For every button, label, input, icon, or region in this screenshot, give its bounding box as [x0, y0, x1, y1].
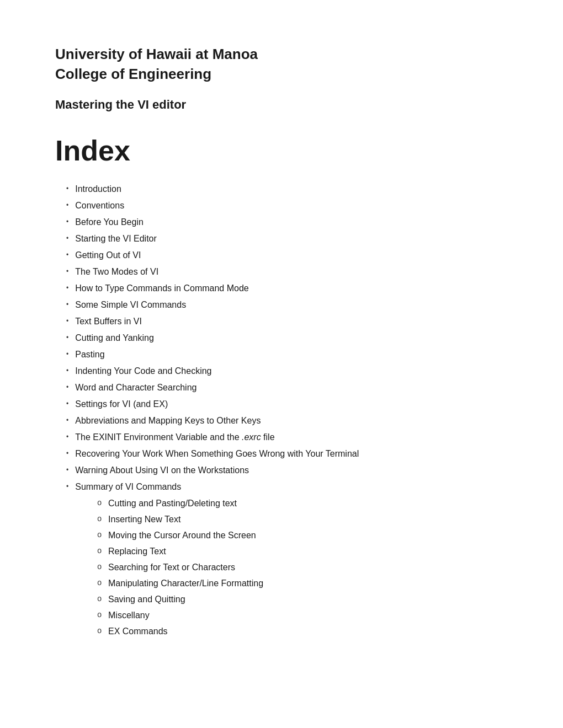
- sub-list-item: oSaving and Quitting: [97, 593, 508, 606]
- item-text: Warning About Using VI on the Workstatio…: [75, 464, 508, 477]
- sub-item-text: Manipulating Character/Line Formatting: [108, 577, 508, 590]
- sub-list-item: oEX Commands: [97, 625, 508, 638]
- university-title: University of Hawaii at Manoa College of…: [55, 44, 508, 84]
- sub-bullet-icon: o: [97, 577, 102, 588]
- sub-bullet-icon: o: [97, 497, 102, 508]
- bullet-icon: •: [66, 250, 68, 260]
- sub-bullet-icon: o: [97, 529, 102, 540]
- list-item: •How to Type Commands in Command Mode: [66, 282, 508, 295]
- list-item: •Text Buffers in VI: [66, 315, 508, 328]
- list-item: •Pasting: [66, 348, 508, 361]
- index-heading: Index: [55, 134, 508, 167]
- sub-item-text: Searching for Text or Characters: [108, 561, 508, 574]
- bullet-icon: •: [66, 217, 68, 227]
- sub-bullet-icon: o: [97, 625, 102, 636]
- bullet-icon: •: [66, 349, 68, 359]
- item-text: Word and Character Searching: [75, 381, 508, 394]
- bullet-icon: •: [66, 184, 68, 194]
- list-item: •Introduction: [66, 183, 508, 196]
- bullet-icon: •: [66, 366, 68, 376]
- list-item: •Indenting Your Code and Checking: [66, 365, 508, 378]
- item-text: Introduction: [75, 183, 508, 196]
- list-item: •Getting Out of VI: [66, 249, 508, 262]
- sub-item-text: Saving and Quitting: [108, 593, 508, 606]
- sub-list-wrapper: oCutting and Pasting/Deleting textoInser…: [75, 497, 508, 638]
- main-list: •Introduction•Conventions•Before You Beg…: [66, 183, 508, 641]
- item-text: Summary of VI CommandsoCutting and Pasti…: [75, 480, 508, 641]
- sub-list-item: oCutting and Pasting/Deleting text: [97, 497, 508, 510]
- item-text: Some Simple VI Commands: [75, 298, 508, 312]
- list-item: •Starting the VI Editor: [66, 232, 508, 245]
- sub-bullet-icon: o: [97, 513, 102, 524]
- bullet-icon: •: [66, 299, 68, 309]
- sub-bullet-icon: o: [97, 593, 102, 604]
- header-section: University of Hawaii at Manoa College of…: [55, 44, 508, 112]
- list-item: •Conventions: [66, 199, 508, 212]
- sub-list-item: oReplacing Text: [97, 545, 508, 558]
- item-text: Abbreviations and Mapping Keys to Other …: [75, 414, 508, 427]
- sub-item-text: Miscellany: [108, 609, 508, 622]
- page-container: University of Hawaii at Manoa College of…: [55, 44, 508, 641]
- sub-list-item: oInserting New Text: [97, 513, 508, 526]
- item-text: Indenting Your Code and Checking: [75, 365, 508, 378]
- list-item: •The EXINIT Environment Variable and the…: [66, 431, 508, 444]
- bullet-icon: •: [66, 200, 68, 210]
- index-section: Index •Introduction•Conventions•Before Y…: [55, 134, 508, 641]
- sub-list-item: oSearching for Text or Characters: [97, 561, 508, 574]
- item-text: Starting the VI Editor: [75, 232, 508, 245]
- main-list-wrapper: •Introduction•Conventions•Before You Beg…: [55, 183, 508, 641]
- bullet-icon: •: [66, 316, 68, 326]
- item-text: Text Buffers in VI: [75, 315, 508, 328]
- sub-bullet-icon: o: [97, 545, 102, 556]
- bullet-icon: •: [66, 448, 68, 458]
- sub-item-text: Inserting New Text: [108, 513, 508, 526]
- item-text: Settings for VI (and EX): [75, 398, 508, 411]
- sub-list-item: oMoving the Cursor Around the Screen: [97, 529, 508, 542]
- sub-list-item: oManipulating Character/Line Formatting: [97, 577, 508, 590]
- item-text: Getting Out of VI: [75, 249, 508, 262]
- sub-item-text: Cutting and Pasting/Deleting text: [108, 497, 508, 510]
- bullet-icon: •: [66, 333, 68, 342]
- item-text: The EXINIT Environment Variable and the …: [75, 431, 508, 444]
- item-text: Pasting: [75, 348, 508, 361]
- bullet-icon: •: [66, 481, 68, 491]
- sub-item-text: EX Commands: [108, 625, 508, 638]
- item-text: How to Type Commands in Command Mode: [75, 282, 508, 295]
- bullet-icon: •: [66, 415, 68, 425]
- subtitle: Mastering the VI editor: [55, 98, 508, 112]
- sub-list-item: oMiscellany: [97, 609, 508, 622]
- list-item: •Recovering Your Work When Something Goe…: [66, 447, 508, 461]
- list-item: •Warning About Using VI on the Workstati…: [66, 464, 508, 477]
- item-text: Recovering Your Work When Something Goes…: [75, 447, 508, 461]
- item-text: The Two Modes of VI: [75, 265, 508, 279]
- list-item: •Summary of VI CommandsoCutting and Past…: [66, 480, 508, 641]
- bullet-icon: •: [66, 432, 68, 442]
- bullet-icon: •: [66, 399, 68, 409]
- sub-item-text: Replacing Text: [108, 545, 508, 558]
- sub-list: oCutting and Pasting/Deleting textoInser…: [97, 497, 508, 638]
- list-item: •Before You Begin: [66, 216, 508, 229]
- item-text: Before You Begin: [75, 216, 508, 229]
- bullet-icon: •: [66, 266, 68, 276]
- list-item: •Settings for VI (and EX): [66, 398, 508, 411]
- sub-item-text: Moving the Cursor Around the Screen: [108, 529, 508, 542]
- item-text: Conventions: [75, 199, 508, 212]
- bullet-icon: •: [66, 283, 68, 293]
- bullet-icon: •: [66, 465, 68, 475]
- bullet-icon: •: [66, 233, 68, 243]
- list-item: •The Two Modes of VI: [66, 265, 508, 279]
- item-text: Cutting and Yanking: [75, 331, 508, 345]
- sub-bullet-icon: o: [97, 561, 102, 572]
- sub-bullet-icon: o: [97, 609, 102, 620]
- university-line1: University of Hawaii at Manoa: [55, 44, 508, 64]
- university-line2: College of Engineering: [55, 64, 508, 84]
- bullet-icon: •: [66, 382, 68, 392]
- list-item: •Abbreviations and Mapping Keys to Other…: [66, 414, 508, 427]
- list-item: •Cutting and Yanking: [66, 331, 508, 345]
- list-item: •Word and Character Searching: [66, 381, 508, 394]
- list-item: •Some Simple VI Commands: [66, 298, 508, 312]
